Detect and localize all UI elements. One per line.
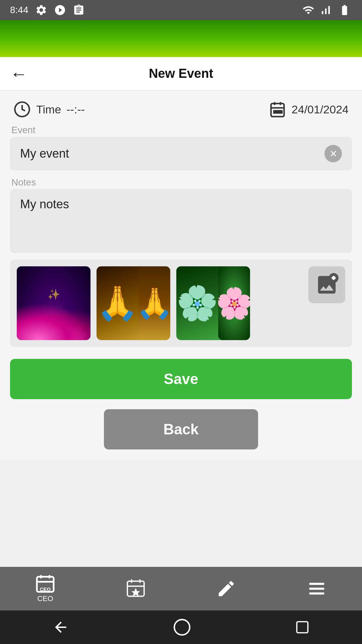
notes-value: My notes bbox=[20, 197, 69, 211]
status-bar: 8:44 bbox=[0, 0, 362, 20]
menu-tab[interactable] bbox=[307, 579, 327, 599]
calendar-star-icon bbox=[126, 579, 146, 599]
nav-bar: ← New Event bbox=[0, 57, 362, 91]
gallery-image-2[interactable]: 🙏 bbox=[97, 266, 170, 340]
main-content: Time --:-- 24/01/2024 Event My event ✕ N… bbox=[0, 91, 362, 460]
date-section[interactable]: 24/01/2024 bbox=[269, 101, 349, 118]
edit-tab[interactable] bbox=[216, 579, 236, 599]
wifi-icon bbox=[302, 4, 314, 16]
triangle-back-icon bbox=[52, 619, 69, 636]
image-gallery: ✨ 🙏 🌸 bbox=[10, 260, 352, 347]
add-photo-icon bbox=[315, 273, 339, 297]
calendar-icon bbox=[269, 101, 286, 118]
svg-point-24 bbox=[174, 620, 190, 635]
event-field-group: Event My event ✕ bbox=[10, 125, 352, 170]
status-left: 8:44 bbox=[10, 4, 85, 16]
add-photo-button[interactable] bbox=[308, 266, 345, 303]
android-home-button[interactable] bbox=[174, 619, 190, 636]
time-value: --:-- bbox=[66, 103, 85, 116]
status-right bbox=[302, 4, 352, 16]
gallery-image-1[interactable]: ✨ bbox=[17, 266, 90, 340]
svg-rect-6 bbox=[277, 111, 279, 113]
gear-icon bbox=[35, 4, 47, 16]
android-nav-bar bbox=[0, 610, 362, 644]
circle-home-icon bbox=[174, 619, 190, 636]
battery-icon bbox=[337, 4, 352, 16]
pencil-icon bbox=[216, 579, 236, 599]
save-button[interactable]: Save bbox=[10, 359, 352, 399]
event-input-value: My event bbox=[20, 147, 69, 161]
event-clear-button[interactable]: ✕ bbox=[324, 145, 342, 162]
android-back-button[interactable] bbox=[52, 619, 69, 636]
date-value: 24/01/2024 bbox=[292, 103, 349, 116]
event-label: Event bbox=[10, 125, 352, 136]
time-label: Time bbox=[36, 103, 61, 116]
svg-rect-5 bbox=[274, 111, 276, 113]
svg-rect-7 bbox=[280, 111, 282, 113]
svg-rect-22 bbox=[309, 588, 324, 590]
event-input-wrap[interactable]: My event ✕ bbox=[10, 137, 352, 170]
svg-text:CEO: CEO bbox=[40, 586, 51, 592]
notes-field-group: Notes My notes bbox=[10, 177, 352, 253]
play-icon bbox=[54, 4, 66, 16]
signal-icon bbox=[320, 4, 332, 16]
green-banner bbox=[0, 20, 362, 57]
square-recents-icon bbox=[295, 620, 310, 635]
gallery-image-3[interactable]: 🌸 bbox=[176, 266, 250, 340]
clipboard-icon bbox=[73, 4, 85, 16]
menu-icon bbox=[307, 579, 327, 599]
status-time: 8:44 bbox=[10, 5, 28, 15]
time-section[interactable]: Time --:-- bbox=[13, 101, 85, 118]
back-form-button[interactable]: Back bbox=[104, 409, 258, 449]
notes-textarea-wrap[interactable]: My notes bbox=[10, 189, 352, 253]
ceo-tab[interactable]: CEO CEO bbox=[35, 574, 55, 603]
svg-rect-21 bbox=[309, 583, 324, 585]
page-title: New Event bbox=[149, 66, 213, 81]
starred-tab[interactable] bbox=[126, 579, 146, 599]
notes-label: Notes bbox=[10, 177, 352, 188]
ceo-tab-label: CEO bbox=[37, 594, 53, 603]
calendar-ceo-icon: CEO bbox=[35, 574, 55, 594]
svg-rect-25 bbox=[297, 622, 308, 633]
svg-rect-1 bbox=[271, 104, 284, 117]
bottom-nav-bar: CEO CEO bbox=[0, 567, 362, 610]
svg-rect-23 bbox=[309, 592, 324, 594]
clock-icon bbox=[13, 101, 31, 118]
back-button[interactable]: ← bbox=[10, 64, 27, 84]
android-recents-button[interactable] bbox=[295, 620, 310, 635]
svg-marker-20 bbox=[132, 588, 140, 596]
time-date-row: Time --:-- 24/01/2024 bbox=[10, 101, 352, 118]
